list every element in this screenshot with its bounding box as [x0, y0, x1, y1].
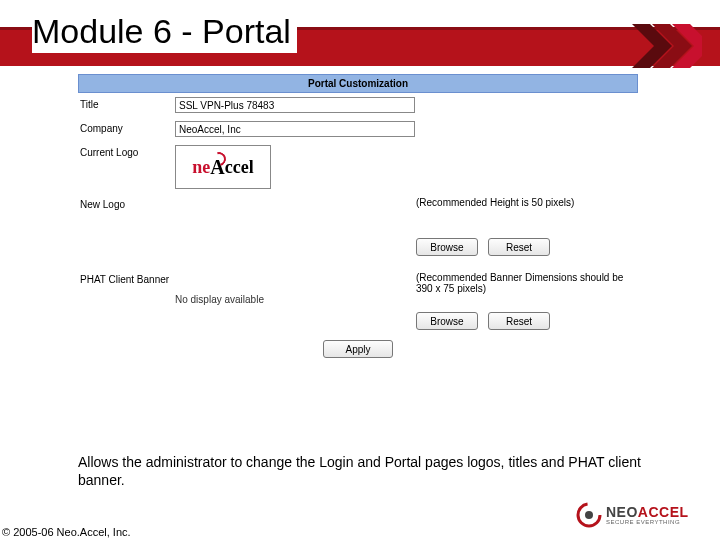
browse-button-logo[interactable]: Browse [416, 238, 478, 256]
no-display-text: No display available [175, 294, 264, 305]
row-current-logo: Current Logo ne A ccel [78, 141, 638, 193]
label-current-logo: Current Logo [80, 145, 175, 158]
mini-logo-a: A [210, 156, 224, 179]
brand-neo: NEO [606, 504, 638, 520]
slide: Module 6 - Portal Portal Customization T… [0, 0, 720, 540]
reset-button-logo[interactable]: Reset [488, 238, 550, 256]
brand-accel: ACCEL [638, 504, 689, 520]
hint-phat-banner: (Recommended Banner Dimensions should be… [416, 272, 636, 294]
chevron-icon [632, 24, 702, 68]
label-phat-banner: PHAT Client Banner [80, 272, 175, 285]
portal-form: Title Company Current Logo ne A [78, 93, 638, 358]
current-logo-preview: ne A ccel [175, 145, 271, 189]
mini-logo-ne: ne [192, 157, 210, 178]
row-phat-banner: PHAT Client Banner No display available … [78, 268, 638, 334]
reset-button-banner[interactable]: Reset [488, 312, 550, 330]
slide-title: Module 6 - Portal [32, 12, 297, 56]
browse-button-banner[interactable]: Browse [416, 312, 478, 330]
row-title: Title [78, 93, 638, 117]
caption-text: Allows the administrator to change the L… [78, 454, 641, 488]
apply-row: Apply [78, 334, 638, 358]
title-bar: Module 6 - Portal [0, 12, 720, 68]
label-title: Title [80, 97, 175, 110]
company-input[interactable] [175, 121, 415, 137]
row-new-logo: New Logo (Recommended Height is 50 pixel… [78, 193, 638, 260]
svg-point-4 [585, 511, 593, 519]
brand-name: NEOACCEL [606, 505, 689, 519]
footer-brand: NEOACCEL SECURE EVERYTHING [576, 500, 706, 530]
panel-header: Portal Customization [78, 74, 638, 93]
neoaccel-mini-logo: ne A ccel [192, 156, 253, 179]
portal-customization-panel: Portal Customization Title Company Curre… [78, 74, 638, 446]
slide-caption: Allows the administrator to change the L… [78, 454, 658, 489]
hint-new-logo: (Recommended Height is 50 pixels) [416, 197, 636, 208]
row-company: Company [78, 117, 638, 141]
label-company: Company [80, 121, 175, 134]
copyright-text: © 2005-06 Neo.Accel, Inc. [2, 526, 131, 538]
mini-logo-ccel: ccel [225, 157, 254, 178]
brand-mark-icon [576, 502, 602, 528]
label-new-logo: New Logo [80, 197, 175, 210]
title-input[interactable] [175, 97, 415, 113]
brand-tagline: SECURE EVERYTHING [606, 519, 689, 525]
apply-button[interactable]: Apply [323, 340, 393, 358]
